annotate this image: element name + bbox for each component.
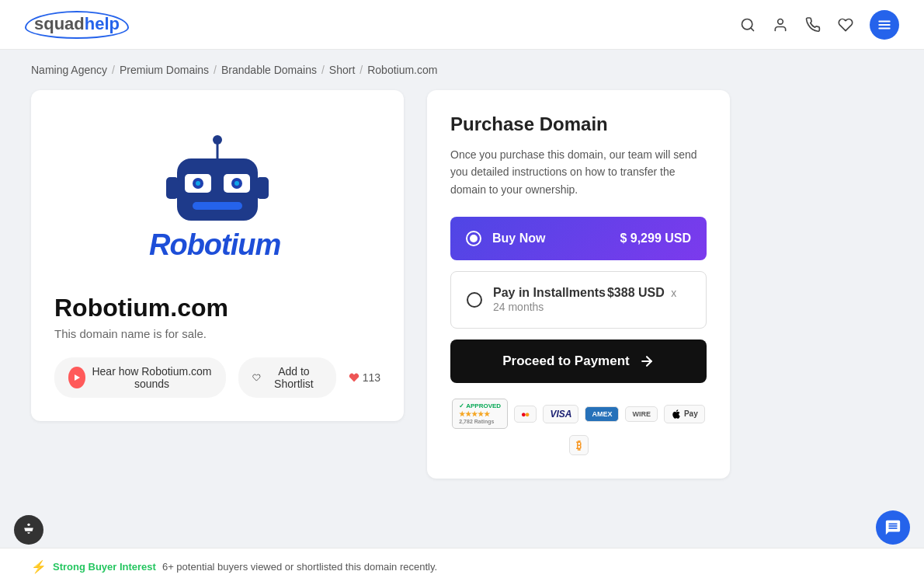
search-icon[interactable]: [739, 16, 756, 33]
domain-actions: Hear how Robotium.com sounds Add to Shor…: [54, 357, 380, 398]
svg-point-7: [213, 135, 222, 145]
likes-number: 113: [363, 371, 380, 384]
purchase-card: Purchase Domain Once you purchase this d…: [427, 90, 730, 479]
header: squadhelp: [0, 0, 924, 50]
installment-radio: [467, 292, 482, 308]
bitcoin-icon: ₿: [569, 435, 589, 455]
visa-icon: VISA: [543, 405, 578, 423]
lightning-icon: ⚡: [31, 559, 47, 574]
svg-marker-19: [75, 374, 80, 381]
play-audio-button[interactable]: Hear how Robotium.com sounds: [54, 357, 226, 398]
logo[interactable]: squadhelp: [25, 11, 129, 39]
mastercard-icon: ●●: [514, 406, 537, 423]
breadcrumb-sep-4: /: [360, 64, 363, 76]
buy-now-label: Buy Now: [492, 232, 609, 245]
user-icon[interactable]: [772, 16, 789, 33]
arrow-right-icon: [639, 353, 655, 369]
svg-text:Robotium: Robotium: [149, 228, 281, 261]
accessibility-button[interactable]: [14, 515, 43, 545]
play-icon: [68, 367, 85, 388]
svg-point-21: [27, 524, 30, 526]
main-content: Robotium Robotium.com This domain name i…: [0, 90, 924, 510]
buy-now-radio: [466, 231, 481, 246]
svg-point-2: [778, 19, 783, 24]
chat-button[interactable]: [876, 510, 910, 545]
purchase-title: Purchase Domain: [450, 113, 707, 135]
wire-icon: WIRE: [625, 406, 658, 422]
add-to-shortlist-button[interactable]: Add to Shortlist: [238, 357, 335, 398]
proceed-to-payment-button[interactable]: Proceed to Payment: [450, 340, 707, 383]
likes-count: 113: [349, 371, 380, 384]
breadcrumb-naming-agency[interactable]: Naming Agency: [31, 64, 107, 76]
verified-badge: ✓ APPROVED ★★★★★ 2,782 Ratings: [452, 399, 508, 429]
payment-methods: ✓ APPROVED ★★★★★ 2,782 Ratings ●● VISA A…: [450, 399, 707, 455]
svg-point-14: [234, 181, 239, 186]
amex-icon: AMEX: [585, 406, 619, 422]
installment-price: $388 USD: [607, 286, 665, 299]
installment-option[interactable]: Pay in Installments$388 USD x 24 months: [450, 271, 707, 329]
play-label: Hear how Robotium.com sounds: [92, 365, 213, 390]
breadcrumb-sep-3: /: [321, 64, 325, 76]
phone-icon[interactable]: [804, 16, 822, 33]
bottom-bar: ⚡ Strong Buyer Interest 6+ potential buy…: [0, 548, 924, 585]
breadcrumb-sep-1: /: [112, 64, 115, 76]
menu-icon[interactable]: [870, 10, 899, 40]
interest-detail: 6+ potential buyers viewed or shortliste…: [162, 561, 437, 573]
buy-now-price: $ 9,299 USD: [620, 232, 691, 245]
svg-line-1: [751, 27, 754, 30]
apple-pay-icon: Pay: [664, 405, 705, 423]
breadcrumb: Naming Agency / Premium Domains / Branda…: [0, 50, 924, 90]
header-icons: [739, 10, 899, 40]
breadcrumb-domain[interactable]: Robotium.com: [367, 64, 437, 76]
domain-name: Robotium.com: [54, 294, 380, 322]
svg-rect-16: [166, 177, 179, 199]
logo-squad: squad: [34, 14, 85, 33]
installment-label: Pay in Installments$388 USD x 24 months: [493, 286, 690, 314]
domain-logo-image: Robotium: [54, 121, 380, 277]
domain-tagline: This domain name is for sale.: [54, 327, 380, 340]
heart-outline-icon: [252, 372, 261, 383]
svg-point-12: [196, 181, 200, 186]
breadcrumb-brandable-domains[interactable]: Brandable Domains: [221, 64, 317, 76]
proceed-label: Proceed to Payment: [502, 353, 629, 369]
breadcrumb-sep-2: /: [214, 64, 217, 76]
breadcrumb-premium-domains[interactable]: Premium Domains: [120, 64, 209, 76]
purchase-description: Once you purchase this domain, our team …: [450, 146, 707, 198]
logo-help: help: [85, 14, 120, 33]
heart-filled-icon: [349, 372, 360, 383]
shortlist-label: Add to Shortlist: [266, 365, 321, 390]
buy-now-option[interactable]: Buy Now $ 9,299 USD: [450, 217, 707, 260]
svg-rect-17: [256, 177, 269, 199]
svg-rect-15: [193, 202, 242, 210]
domain-logo-card: Robotium Robotium.com This domain name i…: [31, 90, 404, 421]
strong-interest-label: Strong Buyer Interest: [53, 561, 156, 573]
heart-icon[interactable]: [837, 16, 854, 33]
breadcrumb-short[interactable]: Short: [329, 64, 355, 76]
